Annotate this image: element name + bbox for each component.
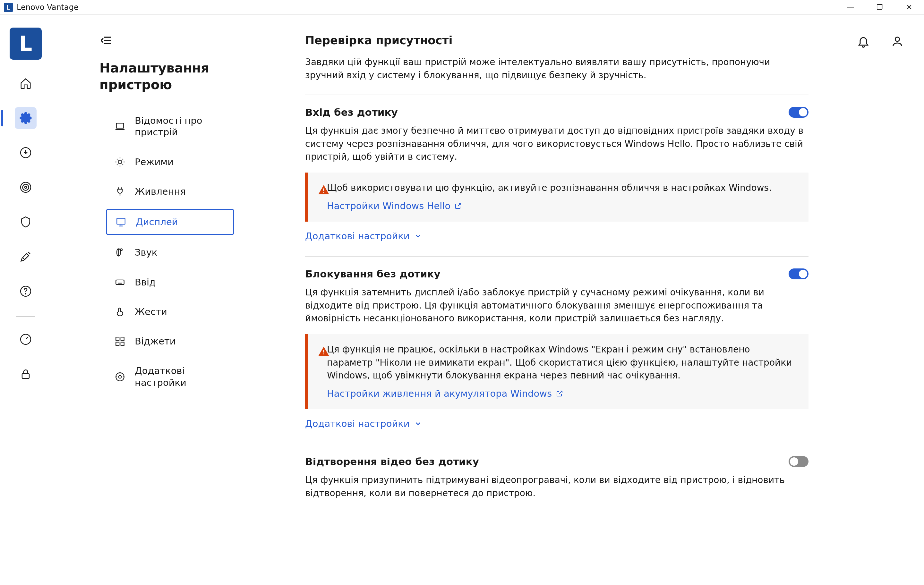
nav-device-settings[interactable] <box>15 107 36 129</box>
advanced-icon <box>114 371 126 382</box>
page-title: Налаштування пристрою <box>99 60 289 93</box>
nav-lock[interactable] <box>15 363 36 385</box>
section-title: Перевірка присутності <box>305 34 808 47</box>
nav-help[interactable] <box>15 280 36 302</box>
cat-advanced[interactable]: Додаткові настройки <box>106 359 234 395</box>
nav-security[interactable] <box>15 211 36 233</box>
minimize-button[interactable]: ― <box>835 0 865 15</box>
notifications-button[interactable] <box>856 34 871 49</box>
divider <box>305 256 808 257</box>
laptop-icon <box>114 120 126 132</box>
windows-hello-settings-link[interactable]: Настройки Windows Hello <box>327 199 462 213</box>
sound-icon <box>114 247 126 258</box>
touchless-video-toggle[interactable] <box>789 456 808 467</box>
cat-gestures[interactable]: Жести <box>106 300 234 324</box>
nav-downloads[interactable] <box>15 142 36 163</box>
gesture-icon <box>114 306 126 318</box>
section-description: Завдяки цій функції ваш пристрій може ін… <box>305 56 808 82</box>
nav-performance[interactable] <box>15 328 36 350</box>
rail-separator <box>16 316 35 317</box>
alert-text: Ця функція не працює, оскільки в настрой… <box>327 343 798 382</box>
maximize-button[interactable]: ❐ <box>865 0 894 15</box>
nav-tools[interactable] <box>15 246 36 267</box>
cat-display[interactable]: Дисплей <box>106 209 234 235</box>
chevron-down-icon <box>414 232 422 240</box>
touchless-login-title: Вхід без дотику <box>305 107 398 118</box>
account-button[interactable] <box>890 34 905 49</box>
touchless-video-desc: Ця функція призупинить підтримувані віде… <box>305 474 808 500</box>
touchless-lock-desc: Ця функція затемнить дисплей і/або забло… <box>305 286 808 325</box>
cat-sound[interactable]: Звук <box>106 240 234 265</box>
window-title: Lenovo Vantage <box>16 3 79 12</box>
touchless-video-title: Відтворення відео без дотику <box>305 456 479 467</box>
alert-text: Щоб використовувати цю функцію, активуйт… <box>327 181 772 194</box>
touchless-lock-expand[interactable]: Додаткові настройки <box>305 418 422 429</box>
chevron-down-icon <box>414 420 422 427</box>
nav-target[interactable] <box>15 176 36 198</box>
touchless-lock-title: Блокування без дотику <box>305 268 441 280</box>
close-button[interactable]: ✕ <box>894 0 924 15</box>
external-link-icon <box>454 202 462 210</box>
cat-device-info[interactable]: Відомості про пристрій <box>106 109 234 145</box>
widgets-icon <box>114 336 126 347</box>
sidebar: Налаштування пристрою Відомості про прис… <box>51 15 289 585</box>
divider <box>305 444 808 444</box>
app-icon: L <box>4 3 13 12</box>
touchless-login-expand[interactable]: Додаткові настройки <box>305 231 422 242</box>
touchless-login-alert: Щоб використовувати цю функцію, активуйт… <box>305 173 808 222</box>
title-bar: L Lenovo Vantage ― ❐ ✕ <box>0 0 924 15</box>
nav-rail: L <box>0 15 51 585</box>
cat-modes[interactable]: Режими <box>106 150 234 174</box>
touchless-lock-toggle[interactable] <box>789 269 808 279</box>
external-link-icon <box>556 390 563 397</box>
plug-icon <box>114 186 126 197</box>
main-content: Перевірка присутності Завдяки цій функці… <box>289 15 924 585</box>
touchless-login-desc: Ця функція дає змогу безпечно й миттєво … <box>305 124 808 163</box>
touchless-login-toggle[interactable] <box>789 107 808 118</box>
app-logo: L <box>10 28 42 60</box>
modes-icon <box>114 156 126 168</box>
touchless-lock-alert: Ця функція не працює, оскільки в настрой… <box>305 334 808 409</box>
display-icon <box>115 216 127 228</box>
cat-input[interactable]: Ввід <box>106 270 234 295</box>
windows-power-settings-link[interactable]: Настройки живлення й акумулятора Windows <box>327 387 563 400</box>
cat-power[interactable]: Живлення <box>106 179 234 204</box>
nav-home[interactable] <box>15 73 36 94</box>
toggle-sidebar-button[interactable] <box>99 34 112 47</box>
keyboard-icon <box>114 277 126 288</box>
cat-widgets[interactable]: Віджети <box>106 329 234 353</box>
